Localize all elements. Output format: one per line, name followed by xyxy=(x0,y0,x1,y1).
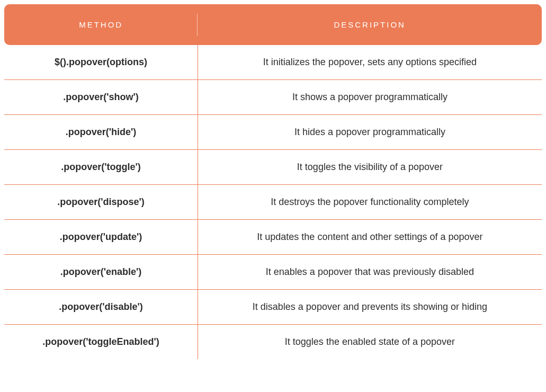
table-row: .popover('toggleEnabled') It toggles the… xyxy=(4,325,542,360)
cell-description: It enables a popover that was previously… xyxy=(198,255,542,290)
cell-method: .popover('hide') xyxy=(4,115,198,150)
cell-description: It toggles the enabled state of a popove… xyxy=(198,325,542,360)
cell-method: .popover('enable') xyxy=(4,255,198,290)
table-header-row: METHOD DESCRIPTION xyxy=(4,4,542,45)
table-row: .popover('hide') It hides a popover prog… xyxy=(4,115,542,150)
table-row: .popover('enable') It enables a popover … xyxy=(4,255,542,290)
table-row: .popover('dispose') It destroys the popo… xyxy=(4,185,542,220)
cell-description: It toggles the visibility of a popover xyxy=(198,150,542,185)
header-method: METHOD xyxy=(4,4,198,45)
header-description: DESCRIPTION xyxy=(198,4,542,45)
methods-table: METHOD DESCRIPTION $().popover(options) … xyxy=(4,4,542,359)
table-row: .popover('update') It updates the conten… xyxy=(4,220,542,255)
cell-method: .popover('update') xyxy=(4,220,198,255)
cell-method: .popover('show') xyxy=(4,80,198,115)
cell-description: It updates the content and other setting… xyxy=(198,220,542,255)
cell-method: $().popover(options) xyxy=(4,45,198,80)
cell-description: It shows a popover programmatically xyxy=(198,80,542,115)
table-row: .popover('toggle') It toggles the visibi… xyxy=(4,150,542,185)
table-body: $().popover(options) It initializes the … xyxy=(4,45,542,359)
cell-method: .popover('dispose') xyxy=(4,185,198,220)
cell-description: It destroys the popover functionality co… xyxy=(198,185,542,220)
cell-method: .popover('toggle') xyxy=(4,150,198,185)
cell-description: It initializes the popover, sets any opt… xyxy=(198,45,542,80)
cell-method: .popover('toggleEnabled') xyxy=(4,325,198,360)
table-row: $().popover(options) It initializes the … xyxy=(4,45,542,80)
table-row: .popover('show') It shows a popover prog… xyxy=(4,80,542,115)
table-row: .popover('disable') It disables a popove… xyxy=(4,290,542,325)
cell-method: .popover('disable') xyxy=(4,290,198,325)
cell-description: It disables a popover and prevents its s… xyxy=(198,290,542,325)
cell-description: It hides a popover programmatically xyxy=(198,115,542,150)
